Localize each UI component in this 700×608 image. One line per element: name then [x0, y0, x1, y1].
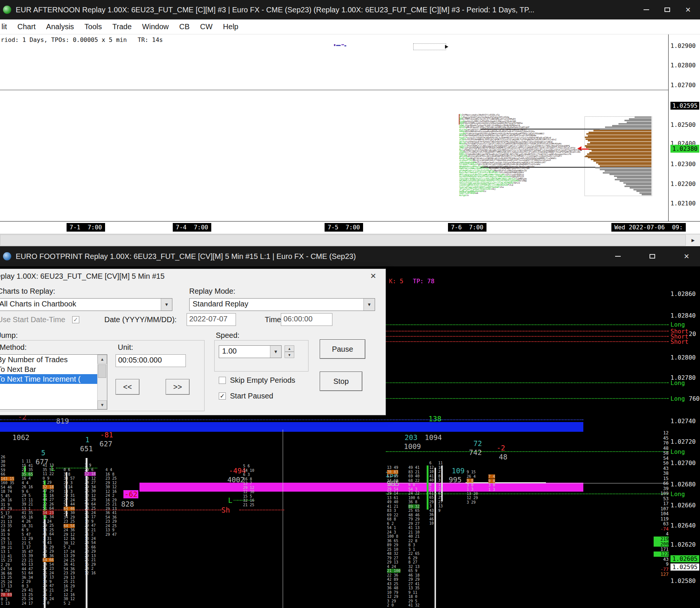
minimize-icon — [615, 256, 621, 257]
top-close-button[interactable]: × — [678, 2, 698, 17]
right-arrow-icon: ► — [691, 237, 696, 243]
dialog-title: eplay 1.00X: 6EU23_FUT_CME [CV][M] 5 Min… — [0, 272, 165, 281]
close-icon: × — [685, 4, 691, 15]
chevron-down-icon[interactable]: ▼ — [363, 299, 375, 311]
method-list-item[interactable]: To Next Time Increment ( — [0, 374, 97, 384]
bottom-close-button[interactable]: × — [677, 249, 696, 264]
menu-item-window[interactable]: Window — [142, 22, 169, 31]
top-maximize-button[interactable] — [657, 2, 677, 17]
jump-label: Jump: — [0, 331, 18, 340]
stepper-down-button[interactable]: ▼ — [285, 352, 294, 358]
stepper-up-button[interactable]: ▲ — [285, 345, 294, 352]
replay-mode-label: Replay Mode: — [189, 287, 235, 296]
top-scrollbar-thumb[interactable] — [0, 235, 686, 246]
start-paused-label: Start Paused — [230, 392, 273, 400]
chevron-up-icon: ▲ — [100, 357, 104, 361]
bottom-minimize-button[interactable] — [608, 249, 627, 264]
maximize-icon — [664, 7, 670, 12]
chevron-down-icon[interactable]: ▼ — [270, 346, 281, 358]
scrollbar-thumb[interactable] — [98, 364, 106, 378]
close-icon: × — [370, 270, 376, 282]
method-listbox-items: By Number of TradesTo Next BarTo Next Ti… — [0, 355, 97, 409]
close-icon: × — [684, 251, 689, 262]
chart-info-text: riod: 1 Days, TPOs: 0.00005 x 5 min TR: … — [1, 36, 163, 43]
use-start-datetime-checkbox[interactable]: ✓ — [72, 316, 79, 323]
bottom-titlebar[interactable]: EURO FOOTPRINT Replay 1.00X: 6EU23_FUT_C… — [0, 246, 700, 266]
replay-mode-value: Standard Replay — [190, 299, 363, 311]
risk-label: K: 5 — [389, 278, 403, 285]
menu-item-trade[interactable]: Trade — [113, 22, 132, 31]
chevron-down-icon[interactable]: ▼ — [161, 299, 172, 311]
top-scrollbar-right-arrow[interactable]: ► — [687, 234, 700, 246]
method-listbox[interactable]: By Number of TradesTo Next BarTo Next Ti… — [0, 354, 107, 410]
check-icon: ✓ — [220, 393, 225, 399]
use-start-datetime-label: Use Start Date-Time — [0, 315, 65, 324]
date-label: Date (YYYY/MM/DD): — [104, 315, 176, 324]
replay-dialog: eplay 1.00X: 6EU23_FUT_CME [CV][M] 5 Min… — [0, 269, 386, 415]
minimize-icon — [644, 9, 649, 10]
charts-to-replay-value: All Charts in Chartbook — [0, 299, 161, 311]
speed-stepper[interactable]: ▲ ▼ — [285, 345, 294, 358]
jump-back-button[interactable]: << — [116, 379, 139, 395]
top-window-title: EUR AFTERNOON Replay 1.00X: 6EU23_FUT_CM… — [16, 6, 632, 14]
chevron-up-icon: ▲ — [288, 347, 291, 351]
top-minimize-button[interactable] — [636, 2, 656, 17]
scroll-down-button[interactable]: ▼ — [98, 400, 107, 409]
app-globe-icon — [3, 252, 11, 260]
check-icon: ✓ — [73, 317, 78, 323]
time-field[interactable]: 06:00:00 — [281, 313, 332, 326]
bottom-maximize-button[interactable] — [642, 249, 662, 264]
method-listbox-scrollbar[interactable]: ▲ ▼ — [97, 355, 107, 409]
menu-item-analysis[interactable]: Analysis — [46, 22, 74, 31]
menu-item-cb[interactable]: CB — [179, 22, 190, 31]
time-label: Time: — [265, 315, 283, 324]
method-label: Method: — [0, 343, 27, 352]
chevron-down-icon: ▼ — [288, 353, 291, 357]
skip-empty-periods-checkbox[interactable] — [219, 377, 226, 384]
skip-empty-periods-label: Skip Empty Periods — [230, 376, 295, 385]
screen: { "icons": {"close":"×","dropdown":"▼","… — [0, 0, 700, 608]
jump-forward-button[interactable]: >> — [166, 379, 190, 395]
stop-button[interactable]: Stop — [320, 372, 362, 391]
speed-label: Speed: — [216, 331, 239, 340]
unit-field[interactable]: 00:05:00.000 — [116, 354, 186, 367]
tpo-chart-area[interactable] — [0, 34, 700, 234]
tp-label: TP: 78 — [413, 278, 435, 285]
menu-item-chart[interactable]: Chart — [17, 22, 36, 31]
top-menubar: litChartAnalysisToolsTradeWindowCBCWHelp — [0, 19, 700, 34]
bottom-window-title: EURO FOOTPRINT Replay 1.00X: 6EU23_FUT_C… — [16, 252, 604, 261]
method-list-item[interactable]: By Number of Trades — [0, 355, 97, 364]
maximize-icon — [650, 254, 655, 259]
start-paused-checkbox[interactable]: ✓ — [219, 392, 226, 400]
replay-mode-select[interactable]: Standard Replay ▼ — [189, 298, 375, 311]
top-titlebar[interactable]: EUR AFTERNOON Replay 1.00X: 6EU23_FUT_CM… — [0, 0, 700, 19]
menu-item-tools[interactable]: Tools — [85, 22, 102, 31]
date-field[interactable]: 2022-07-07 — [187, 313, 236, 326]
pause-button[interactable]: Pause — [320, 339, 365, 359]
charts-to-replay-select[interactable]: All Charts in Chartbook ▼ — [0, 298, 172, 311]
scroll-up-button[interactable]: ▲ — [98, 355, 107, 364]
speed-value: 1.00 — [219, 346, 270, 358]
menu-item-cw[interactable]: CW — [200, 22, 212, 31]
app-globe-icon — [3, 6, 11, 14]
charts-to-replay-label: Charts to Replay: — [0, 287, 55, 296]
dialog-close-button[interactable]: × — [367, 270, 380, 282]
chevron-down-icon: ▼ — [100, 403, 104, 407]
menu-item-lit[interactable]: lit — [1, 22, 7, 31]
unit-label: Unit: — [118, 343, 133, 352]
speed-select[interactable]: 1.00 ▼ — [219, 345, 282, 358]
menu-item-help[interactable]: Help — [223, 22, 238, 31]
method-list-item[interactable]: To Next Bar — [0, 364, 97, 374]
